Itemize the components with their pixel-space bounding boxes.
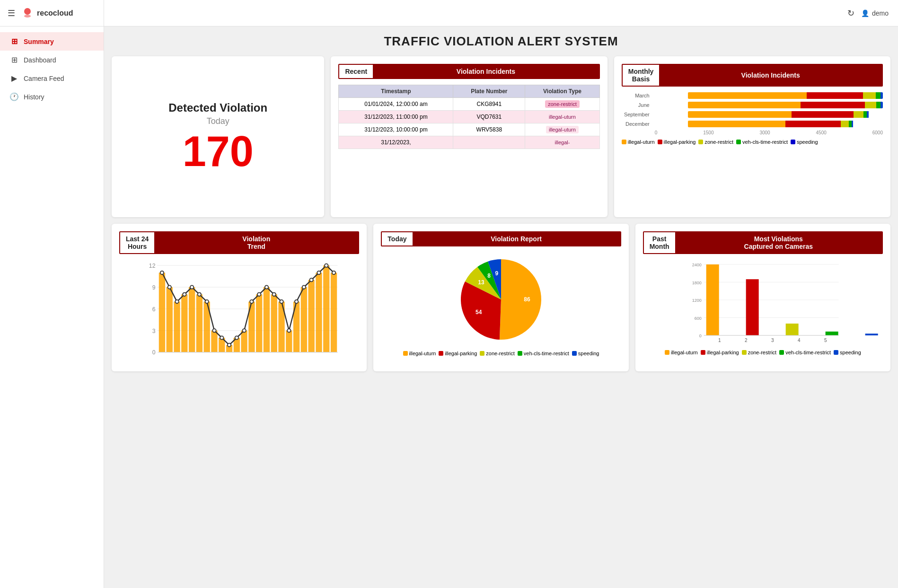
trend-bar — [241, 331, 247, 352]
legend-dot — [572, 351, 577, 356]
sidebar-item-label: Camera Feed — [24, 75, 64, 82]
cell-timestamp: 31/12/2023, 11:00:00 pm — [339, 111, 453, 123]
trend-bar — [174, 302, 180, 352]
bar-segments — [688, 102, 883, 108]
data-point — [160, 271, 164, 274]
user-menu[interactable]: 👤 demo — [861, 9, 889, 17]
recent-header-right: Violation Incidents — [373, 65, 599, 78]
y-label: 3 — [152, 328, 156, 334]
legend-dot — [658, 140, 662, 144]
violations-table-scroll[interactable]: Timestamp Plate Number Violation Type 01… — [338, 85, 599, 149]
col-type: Violation Type — [525, 85, 600, 98]
pie-slice — [500, 259, 541, 340]
violations-table: Timestamp Plate Number Violation Type 01… — [338, 85, 599, 149]
sidebar-nav: ⊞ Summary ⊞ Dashboard ▶ Camera Feed 🕐 Hi… — [0, 26, 104, 112]
legend-item: illegal-uturn — [622, 139, 655, 145]
data-point — [250, 300, 253, 303]
y-label: 2400 — [692, 263, 701, 267]
today-header-right: Violation Report — [413, 232, 620, 246]
monthly-header-right: Violation Incidents — [659, 65, 882, 86]
sidebar-header: ☰ recocloud — [0, 0, 104, 26]
data-point — [198, 293, 201, 296]
logo-icon — [21, 7, 34, 20]
bar-label: March — [622, 93, 652, 98]
pie-label: 54 — [475, 309, 482, 316]
x-label: 4500 — [816, 130, 827, 135]
content-area: TRAFFIC VIOLATION ALERT SYSTEM Detected … — [104, 26, 898, 588]
data-point — [332, 271, 335, 274]
data-point — [168, 285, 171, 289]
trend-bar — [286, 331, 292, 352]
topbar: ↻ 👤 demo — [104, 0, 898, 26]
username: demo — [872, 9, 889, 17]
y-label: 1200 — [692, 298, 701, 303]
camera-violations-card: PastMonth Most ViolationsCaptured on Cam… — [635, 224, 890, 371]
table-row: 31/12/2023, illegal- — [339, 136, 599, 149]
sidebar-item-dashboard[interactable]: ⊞ Dashboard — [0, 51, 104, 69]
sidebar-item-camerafeed[interactable]: ▶ Camera Feed — [0, 69, 104, 88]
camera-header-right: Most ViolationsCaptured on Cameras — [675, 232, 882, 253]
bar-row: December — [655, 121, 883, 127]
cam-legend-item: speeding — [834, 350, 861, 355]
data-point — [287, 329, 291, 332]
x-label: 3 — [771, 338, 774, 343]
monthly-header: MonthlyBasis Violation Incidents — [622, 64, 883, 87]
legend-dot — [518, 351, 522, 356]
hamburger-icon[interactable]: ☰ — [8, 8, 15, 18]
pie-legend-item: zone-restrict — [480, 351, 515, 356]
legend-dot — [698, 140, 703, 144]
cam-legend-item: veh-cls-time-restrict — [779, 350, 831, 355]
y-label: 0 — [699, 333, 701, 338]
data-point — [242, 329, 246, 332]
bar-segment — [785, 121, 841, 127]
summary-icon: ⊞ — [9, 37, 19, 46]
bar-row: June — [655, 102, 883, 108]
legend-label: illegal-uturn — [409, 351, 436, 356]
table-row: 31/12/2023, 10:00:00 pm WRV5838 illegal-… — [339, 123, 599, 136]
x-label: 6000 — [872, 130, 883, 135]
recent-violations-header: Recent Violation Incidents — [338, 64, 599, 79]
sidebar-item-history[interactable]: 🕐 History — [0, 88, 104, 106]
table-row: 31/12/2023, 11:00:00 pm VQD7631 illegal-… — [339, 111, 599, 123]
pie-container: 86541389 illegal-uturnillegal-parkingzon… — [381, 252, 621, 356]
x-label: 2 — [745, 338, 748, 343]
data-point — [228, 343, 231, 347]
top-grid: Detected Violation Today 170 Recent Viol… — [112, 56, 890, 217]
camera-header-left: PastMonth — [644, 232, 675, 253]
cam-legend-item: illegal-parking — [701, 350, 739, 355]
legend-label: illegal-uturn — [628, 139, 655, 145]
trend-bar — [323, 265, 329, 352]
data-point — [302, 285, 306, 289]
legend-dot — [439, 351, 443, 356]
data-point — [175, 300, 178, 303]
data-point — [212, 329, 216, 332]
pie-label: 86 — [524, 296, 530, 303]
data-point — [235, 336, 238, 339]
trend-line-chart: 036912 — [119, 260, 359, 364]
y-label: 600 — [694, 316, 701, 321]
legend-dot — [622, 140, 626, 144]
bar-segment — [863, 111, 867, 118]
bar-segment — [792, 111, 854, 118]
data-point — [265, 285, 268, 289]
trend-bar — [271, 294, 277, 352]
legend-item: zone-restrict — [698, 139, 733, 145]
today-header: Today Violation Report — [381, 231, 621, 246]
data-point — [257, 293, 261, 296]
legend-item: veh-cls-time-restrict — [736, 139, 788, 145]
bar-segment — [688, 111, 792, 118]
bar-label: June — [622, 102, 652, 108]
trend-bar — [331, 273, 337, 352]
refresh-icon[interactable]: ↻ — [847, 8, 854, 18]
trend-bar — [316, 273, 322, 352]
recent-header-left: Recent — [339, 65, 373, 78]
pie-legend-item: illegal-uturn — [403, 351, 436, 356]
pie-legend-item: veh-cls-time-restrict — [518, 351, 569, 356]
x-label: 5 — [824, 338, 827, 343]
pie-chart: 86541389 — [454, 252, 548, 347]
y-label: 12 — [149, 263, 156, 269]
sidebar-item-summary[interactable]: ⊞ Summary — [0, 32, 104, 51]
x-label: 1 — [718, 338, 721, 343]
violation-title: Detected Violation — [168, 101, 267, 114]
legend-label: veh-cls-time-restrict — [785, 350, 831, 355]
